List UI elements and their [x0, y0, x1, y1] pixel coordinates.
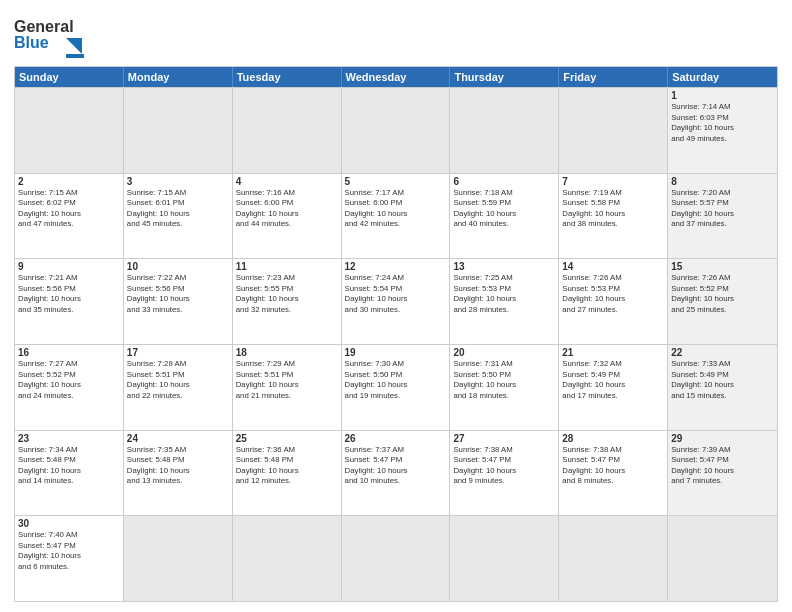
day-number: 30 [18, 518, 120, 529]
day-number: 19 [345, 347, 447, 358]
page: General Blue SundayMondayTuesdayWednesda… [0, 0, 792, 612]
day-number: 12 [345, 261, 447, 272]
calendar-cell: 1Sunrise: 7:14 AM Sunset: 6:03 PM Daylig… [668, 88, 777, 173]
day-info: Sunrise: 7:30 AM Sunset: 5:50 PM Dayligh… [345, 359, 447, 401]
day-info: Sunrise: 7:21 AM Sunset: 5:56 PM Dayligh… [18, 273, 120, 315]
day-number: 18 [236, 347, 338, 358]
day-number: 17 [127, 347, 229, 358]
day-info: Sunrise: 7:22 AM Sunset: 5:56 PM Dayligh… [127, 273, 229, 315]
day-info: Sunrise: 7:26 AM Sunset: 5:53 PM Dayligh… [562, 273, 664, 315]
day-info: Sunrise: 7:35 AM Sunset: 5:48 PM Dayligh… [127, 445, 229, 487]
calendar-cell: 26Sunrise: 7:37 AM Sunset: 5:47 PM Dayli… [342, 431, 451, 516]
day-number: 9 [18, 261, 120, 272]
day-info: Sunrise: 7:17 AM Sunset: 6:00 PM Dayligh… [345, 188, 447, 230]
day-number: 2 [18, 176, 120, 187]
day-info: Sunrise: 7:39 AM Sunset: 5:47 PM Dayligh… [671, 445, 774, 487]
calendar-cell [342, 88, 451, 173]
day-number: 4 [236, 176, 338, 187]
calendar-cell: 24Sunrise: 7:35 AM Sunset: 5:48 PM Dayli… [124, 431, 233, 516]
day-number: 20 [453, 347, 555, 358]
day-info: Sunrise: 7:24 AM Sunset: 5:54 PM Dayligh… [345, 273, 447, 315]
calendar-cell [124, 88, 233, 173]
day-number: 21 [562, 347, 664, 358]
calendar-cell [668, 516, 777, 601]
calendar-row: 30Sunrise: 7:40 AM Sunset: 5:47 PM Dayli… [15, 515, 777, 601]
calendar-cell [233, 516, 342, 601]
calendar-cell: 14Sunrise: 7:26 AM Sunset: 5:53 PM Dayli… [559, 259, 668, 344]
weekday-header: Tuesday [233, 67, 342, 87]
day-info: Sunrise: 7:33 AM Sunset: 5:49 PM Dayligh… [671, 359, 774, 401]
calendar-cell: 15Sunrise: 7:26 AM Sunset: 5:52 PM Dayli… [668, 259, 777, 344]
day-info: Sunrise: 7:38 AM Sunset: 5:47 PM Dayligh… [562, 445, 664, 487]
calendar-row: 23Sunrise: 7:34 AM Sunset: 5:48 PM Dayli… [15, 430, 777, 516]
day-number: 6 [453, 176, 555, 187]
calendar-cell: 12Sunrise: 7:24 AM Sunset: 5:54 PM Dayli… [342, 259, 451, 344]
day-info: Sunrise: 7:15 AM Sunset: 6:02 PM Dayligh… [18, 188, 120, 230]
calendar-row: 1Sunrise: 7:14 AM Sunset: 6:03 PM Daylig… [15, 87, 777, 173]
calendar-cell: 5Sunrise: 7:17 AM Sunset: 6:00 PM Daylig… [342, 174, 451, 259]
calendar-cell: 16Sunrise: 7:27 AM Sunset: 5:52 PM Dayli… [15, 345, 124, 430]
calendar-header: SundayMondayTuesdayWednesdayThursdayFrid… [15, 67, 777, 87]
calendar-cell [15, 88, 124, 173]
calendar-cell: 11Sunrise: 7:23 AM Sunset: 5:55 PM Dayli… [233, 259, 342, 344]
day-info: Sunrise: 7:36 AM Sunset: 5:48 PM Dayligh… [236, 445, 338, 487]
day-info: Sunrise: 7:20 AM Sunset: 5:57 PM Dayligh… [671, 188, 774, 230]
calendar-cell: 21Sunrise: 7:32 AM Sunset: 5:49 PM Dayli… [559, 345, 668, 430]
header: General Blue [14, 10, 778, 60]
calendar-cell: 20Sunrise: 7:31 AM Sunset: 5:50 PM Dayli… [450, 345, 559, 430]
calendar-row: 16Sunrise: 7:27 AM Sunset: 5:52 PM Dayli… [15, 344, 777, 430]
svg-marker-2 [66, 38, 82, 54]
calendar-cell: 22Sunrise: 7:33 AM Sunset: 5:49 PM Dayli… [668, 345, 777, 430]
day-number: 25 [236, 433, 338, 444]
svg-rect-3 [66, 54, 84, 58]
calendar-cell: 28Sunrise: 7:38 AM Sunset: 5:47 PM Dayli… [559, 431, 668, 516]
calendar-cell [124, 516, 233, 601]
day-info: Sunrise: 7:19 AM Sunset: 5:58 PM Dayligh… [562, 188, 664, 230]
day-number: 3 [127, 176, 229, 187]
calendar-cell [559, 516, 668, 601]
calendar-cell: 7Sunrise: 7:19 AM Sunset: 5:58 PM Daylig… [559, 174, 668, 259]
day-info: Sunrise: 7:27 AM Sunset: 5:52 PM Dayligh… [18, 359, 120, 401]
calendar-cell [559, 88, 668, 173]
calendar-cell: 10Sunrise: 7:22 AM Sunset: 5:56 PM Dayli… [124, 259, 233, 344]
calendar-cell: 17Sunrise: 7:28 AM Sunset: 5:51 PM Dayli… [124, 345, 233, 430]
day-info: Sunrise: 7:28 AM Sunset: 5:51 PM Dayligh… [127, 359, 229, 401]
day-number: 16 [18, 347, 120, 358]
day-number: 5 [345, 176, 447, 187]
day-number: 27 [453, 433, 555, 444]
calendar-cell: 23Sunrise: 7:34 AM Sunset: 5:48 PM Dayli… [15, 431, 124, 516]
calendar-cell [233, 88, 342, 173]
svg-text:Blue: Blue [14, 34, 49, 51]
day-number: 10 [127, 261, 229, 272]
day-number: 23 [18, 433, 120, 444]
day-info: Sunrise: 7:23 AM Sunset: 5:55 PM Dayligh… [236, 273, 338, 315]
day-info: Sunrise: 7:29 AM Sunset: 5:51 PM Dayligh… [236, 359, 338, 401]
calendar-cell: 9Sunrise: 7:21 AM Sunset: 5:56 PM Daylig… [15, 259, 124, 344]
day-info: Sunrise: 7:18 AM Sunset: 5:59 PM Dayligh… [453, 188, 555, 230]
day-number: 1 [671, 90, 774, 101]
day-number: 7 [562, 176, 664, 187]
day-number: 22 [671, 347, 774, 358]
weekday-header: Sunday [15, 67, 124, 87]
day-number: 8 [671, 176, 774, 187]
day-number: 11 [236, 261, 338, 272]
day-info: Sunrise: 7:26 AM Sunset: 5:52 PM Dayligh… [671, 273, 774, 315]
calendar-cell: 3Sunrise: 7:15 AM Sunset: 6:01 PM Daylig… [124, 174, 233, 259]
calendar-cell: 8Sunrise: 7:20 AM Sunset: 5:57 PM Daylig… [668, 174, 777, 259]
weekday-header: Thursday [450, 67, 559, 87]
day-number: 26 [345, 433, 447, 444]
calendar-cell [450, 88, 559, 173]
day-number: 14 [562, 261, 664, 272]
calendar-cell: 4Sunrise: 7:16 AM Sunset: 6:00 PM Daylig… [233, 174, 342, 259]
day-number: 28 [562, 433, 664, 444]
day-number: 13 [453, 261, 555, 272]
day-info: Sunrise: 7:34 AM Sunset: 5:48 PM Dayligh… [18, 445, 120, 487]
logo-icon: General Blue [14, 10, 84, 60]
calendar-cell: 2Sunrise: 7:15 AM Sunset: 6:02 PM Daylig… [15, 174, 124, 259]
day-info: Sunrise: 7:31 AM Sunset: 5:50 PM Dayligh… [453, 359, 555, 401]
calendar-cell: 6Sunrise: 7:18 AM Sunset: 5:59 PM Daylig… [450, 174, 559, 259]
day-info: Sunrise: 7:14 AM Sunset: 6:03 PM Dayligh… [671, 102, 774, 144]
calendar-body: 1Sunrise: 7:14 AM Sunset: 6:03 PM Daylig… [15, 87, 777, 601]
day-info: Sunrise: 7:37 AM Sunset: 5:47 PM Dayligh… [345, 445, 447, 487]
calendar: SundayMondayTuesdayWednesdayThursdayFrid… [14, 66, 778, 602]
